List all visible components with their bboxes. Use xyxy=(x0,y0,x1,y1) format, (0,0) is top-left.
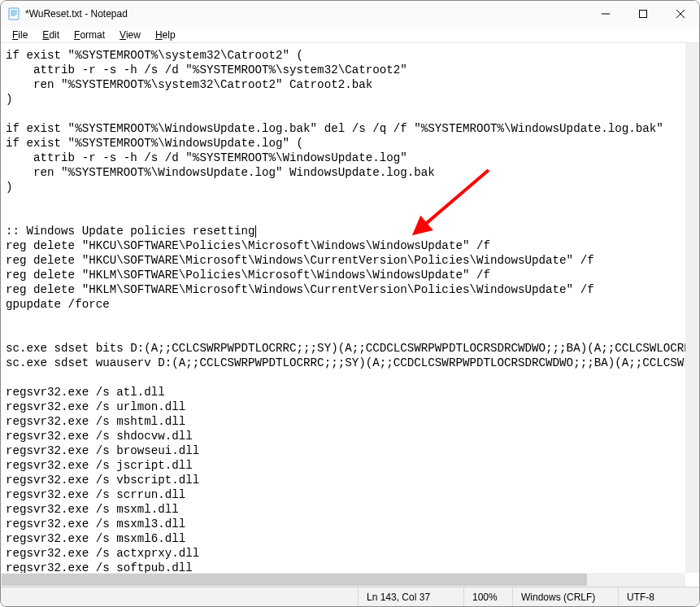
menu-edit[interactable]: Edit xyxy=(36,28,66,41)
notepad-app-icon xyxy=(7,7,20,20)
status-encoding: UTF-8 xyxy=(618,587,699,606)
svg-line-7 xyxy=(676,10,685,18)
menu-format[interactable]: Format xyxy=(67,28,111,41)
menu-view[interactable]: View xyxy=(113,28,147,41)
svg-line-8 xyxy=(676,10,685,18)
menu-file[interactable]: File xyxy=(6,28,34,41)
window-title: *WuReset.txt - Notepad xyxy=(25,8,128,20)
scrollbar-thumb[interactable] xyxy=(2,574,587,586)
menu-help[interactable]: Help xyxy=(149,28,182,41)
svg-rect-6 xyxy=(640,11,647,18)
titlebar: *WuReset.txt - Notepad xyxy=(1,1,699,27)
vertical-scrollbar[interactable] xyxy=(685,43,699,573)
editor-area[interactable]: if exist "%SYSTEMROOT%\system32\Catroot2… xyxy=(1,43,699,587)
text-content[interactable]: if exist "%SYSTEMROOT%\system32\Catroot2… xyxy=(1,43,699,587)
status-position: Ln 143, Col 37 xyxy=(358,587,463,606)
horizontal-scrollbar[interactable] xyxy=(1,573,685,587)
status-line-ending: Windows (CRLF) xyxy=(512,587,618,606)
maximize-button[interactable] xyxy=(624,1,662,27)
minimize-button[interactable] xyxy=(587,1,624,27)
menubar: File Edit Format View Help xyxy=(1,27,699,43)
close-button[interactable] xyxy=(662,1,699,27)
status-zoom: 100% xyxy=(463,587,512,606)
statusbar: Ln 143, Col 37 100% Windows (CRLF) UTF-8 xyxy=(1,587,699,606)
